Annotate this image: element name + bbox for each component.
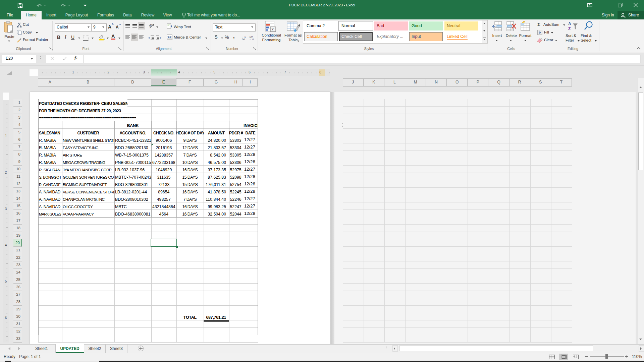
svg-text:ab: ab [149, 23, 153, 27]
svg-text:Z: Z [568, 26, 571, 31]
svg-text:→.0: →.0 [249, 38, 254, 40]
svg-text:≠: ≠ [271, 27, 274, 32]
svg-text:A: A [568, 21, 571, 26]
svg-text:.00: .00 [241, 38, 245, 40]
